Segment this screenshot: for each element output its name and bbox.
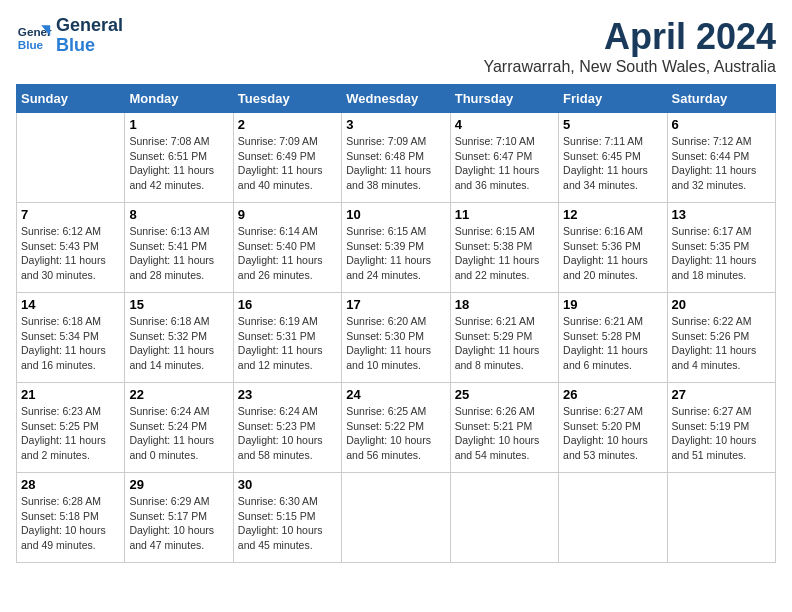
calendar-cell: [559, 473, 667, 563]
calendar-cell: 11Sunrise: 6:15 AMSunset: 5:38 PMDayligh…: [450, 203, 558, 293]
calendar-title: April 2024: [483, 16, 776, 58]
calendar-cell: 25Sunrise: 6:26 AMSunset: 5:21 PMDayligh…: [450, 383, 558, 473]
day-number: 11: [455, 207, 554, 222]
day-info: Sunrise: 6:19 AMSunset: 5:31 PMDaylight:…: [238, 314, 337, 373]
calendar-table: Sunday Monday Tuesday Wednesday Thursday…: [16, 84, 776, 563]
logo-text: General Blue: [56, 16, 123, 56]
calendar-cell: 4Sunrise: 7:10 AMSunset: 6:47 PMDaylight…: [450, 113, 558, 203]
day-number: 20: [672, 297, 771, 312]
calendar-cell: 17Sunrise: 6:20 AMSunset: 5:30 PMDayligh…: [342, 293, 450, 383]
header-sunday: Sunday: [17, 85, 125, 113]
day-number: 29: [129, 477, 228, 492]
logo-icon: General Blue: [16, 18, 52, 54]
calendar-cell: 20Sunrise: 6:22 AMSunset: 5:26 PMDayligh…: [667, 293, 775, 383]
day-number: 17: [346, 297, 445, 312]
day-number: 26: [563, 387, 662, 402]
day-info: Sunrise: 6:22 AMSunset: 5:26 PMDaylight:…: [672, 314, 771, 373]
calendar-cell: 1Sunrise: 7:08 AMSunset: 6:51 PMDaylight…: [125, 113, 233, 203]
day-info: Sunrise: 6:25 AMSunset: 5:22 PMDaylight:…: [346, 404, 445, 463]
day-number: 23: [238, 387, 337, 402]
day-info: Sunrise: 6:28 AMSunset: 5:18 PMDaylight:…: [21, 494, 120, 553]
header-wednesday: Wednesday: [342, 85, 450, 113]
day-number: 19: [563, 297, 662, 312]
week-row-3: 14Sunrise: 6:18 AMSunset: 5:34 PMDayligh…: [17, 293, 776, 383]
day-info: Sunrise: 7:09 AMSunset: 6:48 PMDaylight:…: [346, 134, 445, 193]
day-number: 18: [455, 297, 554, 312]
calendar-subtitle: Yarrawarrah, New South Wales, Australia: [483, 58, 776, 76]
day-number: 22: [129, 387, 228, 402]
calendar-cell: 28Sunrise: 6:28 AMSunset: 5:18 PMDayligh…: [17, 473, 125, 563]
day-number: 6: [672, 117, 771, 132]
day-info: Sunrise: 6:21 AMSunset: 5:28 PMDaylight:…: [563, 314, 662, 373]
day-number: 2: [238, 117, 337, 132]
day-info: Sunrise: 6:24 AMSunset: 5:23 PMDaylight:…: [238, 404, 337, 463]
day-number: 27: [672, 387, 771, 402]
day-info: Sunrise: 6:14 AMSunset: 5:40 PMDaylight:…: [238, 224, 337, 283]
day-number: 30: [238, 477, 337, 492]
day-info: Sunrise: 6:18 AMSunset: 5:34 PMDaylight:…: [21, 314, 120, 373]
day-info: Sunrise: 6:27 AMSunset: 5:20 PMDaylight:…: [563, 404, 662, 463]
calendar-cell: 23Sunrise: 6:24 AMSunset: 5:23 PMDayligh…: [233, 383, 341, 473]
calendar-cell: 21Sunrise: 6:23 AMSunset: 5:25 PMDayligh…: [17, 383, 125, 473]
calendar-cell: 18Sunrise: 6:21 AMSunset: 5:29 PMDayligh…: [450, 293, 558, 383]
day-number: 5: [563, 117, 662, 132]
calendar-cell: 5Sunrise: 7:11 AMSunset: 6:45 PMDaylight…: [559, 113, 667, 203]
day-info: Sunrise: 6:16 AMSunset: 5:36 PMDaylight:…: [563, 224, 662, 283]
calendar-cell: 27Sunrise: 6:27 AMSunset: 5:19 PMDayligh…: [667, 383, 775, 473]
day-number: 25: [455, 387, 554, 402]
day-info: Sunrise: 7:12 AMSunset: 6:44 PMDaylight:…: [672, 134, 771, 193]
day-info: Sunrise: 6:30 AMSunset: 5:15 PMDaylight:…: [238, 494, 337, 553]
calendar-cell: 10Sunrise: 6:15 AMSunset: 5:39 PMDayligh…: [342, 203, 450, 293]
calendar-cell: 3Sunrise: 7:09 AMSunset: 6:48 PMDaylight…: [342, 113, 450, 203]
calendar-cell: [17, 113, 125, 203]
day-number: 8: [129, 207, 228, 222]
day-number: 7: [21, 207, 120, 222]
day-info: Sunrise: 6:20 AMSunset: 5:30 PMDaylight:…: [346, 314, 445, 373]
calendar-cell: 16Sunrise: 6:19 AMSunset: 5:31 PMDayligh…: [233, 293, 341, 383]
day-number: 1: [129, 117, 228, 132]
day-number: 15: [129, 297, 228, 312]
header-tuesday: Tuesday: [233, 85, 341, 113]
day-number: 10: [346, 207, 445, 222]
calendar-cell: [667, 473, 775, 563]
day-number: 16: [238, 297, 337, 312]
day-number: 21: [21, 387, 120, 402]
calendar-cell: 22Sunrise: 6:24 AMSunset: 5:24 PMDayligh…: [125, 383, 233, 473]
day-info: Sunrise: 6:23 AMSunset: 5:25 PMDaylight:…: [21, 404, 120, 463]
calendar-cell: 19Sunrise: 6:21 AMSunset: 5:28 PMDayligh…: [559, 293, 667, 383]
day-info: Sunrise: 6:13 AMSunset: 5:41 PMDaylight:…: [129, 224, 228, 283]
svg-text:Blue: Blue: [18, 37, 44, 50]
day-info: Sunrise: 6:29 AMSunset: 5:17 PMDaylight:…: [129, 494, 228, 553]
day-info: Sunrise: 6:24 AMSunset: 5:24 PMDaylight:…: [129, 404, 228, 463]
calendar-cell: 9Sunrise: 6:14 AMSunset: 5:40 PMDaylight…: [233, 203, 341, 293]
calendar-cell: 13Sunrise: 6:17 AMSunset: 5:35 PMDayligh…: [667, 203, 775, 293]
calendar-cell: 2Sunrise: 7:09 AMSunset: 6:49 PMDaylight…: [233, 113, 341, 203]
calendar-cell: 29Sunrise: 6:29 AMSunset: 5:17 PMDayligh…: [125, 473, 233, 563]
calendar-cell: 30Sunrise: 6:30 AMSunset: 5:15 PMDayligh…: [233, 473, 341, 563]
week-row-4: 21Sunrise: 6:23 AMSunset: 5:25 PMDayligh…: [17, 383, 776, 473]
day-number: 28: [21, 477, 120, 492]
day-info: Sunrise: 7:10 AMSunset: 6:47 PMDaylight:…: [455, 134, 554, 193]
day-number: 12: [563, 207, 662, 222]
day-info: Sunrise: 7:11 AMSunset: 6:45 PMDaylight:…: [563, 134, 662, 193]
logo: General Blue General Blue: [16, 16, 123, 56]
calendar-cell: 26Sunrise: 6:27 AMSunset: 5:20 PMDayligh…: [559, 383, 667, 473]
day-info: Sunrise: 7:08 AMSunset: 6:51 PMDaylight:…: [129, 134, 228, 193]
header-row: Sunday Monday Tuesday Wednesday Thursday…: [17, 85, 776, 113]
calendar-cell: [450, 473, 558, 563]
day-number: 3: [346, 117, 445, 132]
week-row-1: 1Sunrise: 7:08 AMSunset: 6:51 PMDaylight…: [17, 113, 776, 203]
calendar-cell: 7Sunrise: 6:12 AMSunset: 5:43 PMDaylight…: [17, 203, 125, 293]
calendar-cell: [342, 473, 450, 563]
header-thursday: Thursday: [450, 85, 558, 113]
calendar-cell: 24Sunrise: 6:25 AMSunset: 5:22 PMDayligh…: [342, 383, 450, 473]
header-saturday: Saturday: [667, 85, 775, 113]
day-info: Sunrise: 7:09 AMSunset: 6:49 PMDaylight:…: [238, 134, 337, 193]
page-header: General Blue General Blue April 2024 Yar…: [16, 16, 776, 76]
day-info: Sunrise: 6:27 AMSunset: 5:19 PMDaylight:…: [672, 404, 771, 463]
day-info: Sunrise: 6:15 AMSunset: 5:38 PMDaylight:…: [455, 224, 554, 283]
header-monday: Monday: [125, 85, 233, 113]
day-info: Sunrise: 6:12 AMSunset: 5:43 PMDaylight:…: [21, 224, 120, 283]
day-number: 4: [455, 117, 554, 132]
week-row-5: 28Sunrise: 6:28 AMSunset: 5:18 PMDayligh…: [17, 473, 776, 563]
